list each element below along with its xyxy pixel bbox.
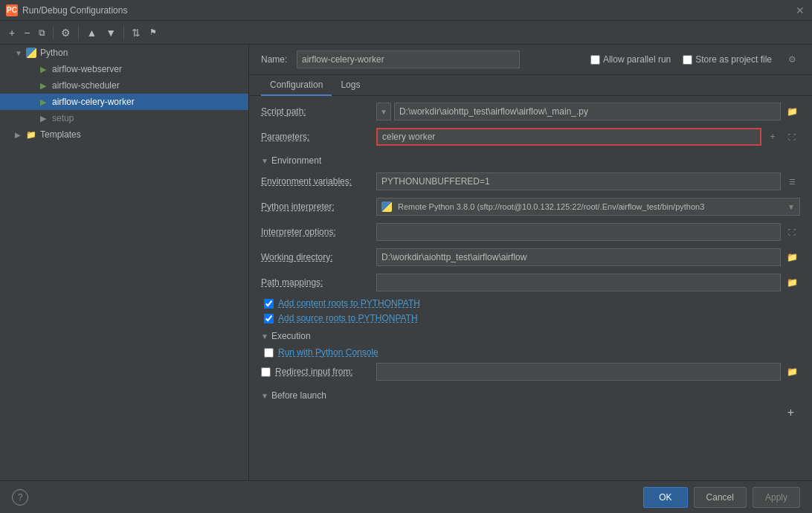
script-path-wrap: ▼ 📁 [376,103,800,120]
add-config-button[interactable]: + [6,25,18,40]
bottom-bar: ? OK Cancel Apply [0,480,812,513]
python-interpreter-wrap: Remote Python 3.8.0 (sftp://root@10.0.13… [376,198,800,216]
parameters-label: Parameters: [261,132,376,142]
execution-section-label: Execution [271,331,311,341]
name-row-options: Allow parallel run Store as project file… [526,51,800,68]
main-content: ▼ Python ▶ airflow-webserver ▶ airflow-s… [0,45,812,480]
tree-item-webserver[interactable]: ▶ airflow-webserver [0,61,248,77]
tree-item-python[interactable]: ▼ Python [0,45,248,61]
script-path-dropdown[interactable]: ▼ [376,103,391,120]
app-icon: PC [6,4,18,16]
tab-logs[interactable]: Logs [332,75,369,96]
expand-arrow-templates: ▶ [15,131,24,139]
working-directory-wrap: 📁 [376,248,800,266]
right-panel: Name: Allow parallel run Store as projec… [249,45,812,480]
filter-button[interactable]: ⚑ [146,26,160,39]
python-interpreter-label: Python interpreter: [261,201,376,212]
execution-section-arrow: ▼ [261,332,268,341]
add-source-roots-row: Add source roots to PYTHONPATH [261,313,800,323]
redirect-input-checkbox[interactable] [261,367,271,377]
python-interpreter-icon [381,201,395,213]
tree-item-scheduler[interactable]: ▶ airflow-scheduler [0,77,248,94]
path-mappings-folder-btn[interactable]: 📁 [784,274,800,291]
allow-parallel-run-checkbox[interactable] [590,55,600,65]
celery-icon: ▶ [37,96,49,108]
apply-button[interactable]: Apply [753,487,800,508]
sort-button[interactable]: ⇅ [129,25,144,40]
cancel-button[interactable]: Cancel [694,487,747,508]
path-mappings-input[interactable] [376,274,781,291]
parameters-add-btn[interactable]: + [764,129,781,145]
help-button[interactable]: ? [12,489,28,506]
before-launch-arrow: ▼ [261,392,268,400]
redirect-input-field[interactable] [376,363,781,381]
python-interpreter-select[interactable]: Remote Python 3.8.0 (sftp://root@10.0.13… [376,198,800,216]
tree-item-templates[interactable]: ▶ 📁 Templates [0,126,248,143]
separator-3 [123,26,124,39]
config-body: Script path: ▼ 📁 Parameters: + ⛶ ▼ [249,96,812,428]
move-down-button[interactable]: ▼ [103,25,119,40]
environment-section-header[interactable]: ▼ Environment [261,152,800,169]
name-input[interactable] [297,51,520,68]
run-with-console-label[interactable]: Run with Python Console [278,347,378,358]
allow-parallel-run-option: Allow parallel run [590,54,671,65]
before-launch-header[interactable]: ▼ Before launch [261,387,800,404]
add-source-roots-label[interactable]: Add source roots to PYTHONPATH [278,313,418,323]
interpreter-dropdown-arrow: ▼ [787,203,795,211]
tab-configuration[interactable]: Configuration [261,75,332,96]
name-field-label: Name: [261,54,291,65]
parameters-expand-btn[interactable]: ⛶ [784,129,800,145]
bottom-left: ? [12,489,28,506]
redirect-input-folder-btn[interactable]: 📁 [784,364,800,380]
redirect-input-wrap: 📁 [376,363,800,381]
run-with-console-checkbox[interactable] [264,348,274,358]
store-as-project-checkbox[interactable] [683,55,692,65]
parameters-input[interactable] [376,128,761,146]
copy-config-button[interactable]: ⧉ [36,26,48,39]
settings-button[interactable]: ⚙ [58,25,74,40]
before-launch-add-row: + [261,407,800,419]
tree-item-celery-worker[interactable]: ▶ airflow-celery-worker [0,94,248,110]
ok-button[interactable]: OK [643,487,687,508]
move-up-button[interactable]: ▲ [83,25,100,40]
add-content-roots-checkbox[interactable] [264,299,274,309]
title-bar: PC Run/Debug Configurations ✕ [0,0,812,21]
add-content-roots-label[interactable]: Add content roots to PYTHONPATH [278,298,420,309]
env-variables-label: Environment variables: [261,176,376,187]
run-with-console-row: Run with Python Console [261,347,800,358]
redirect-input-checkbox-wrap: Redirect input from: [261,367,376,377]
setup-icon: ▶ [37,112,49,124]
env-variables-input[interactable] [376,172,781,190]
webserver-icon: ▶ [37,63,49,75]
env-variables-row: Environment variables: ☰ [261,172,800,191]
store-as-project-option: Store as project file [683,54,772,65]
before-launch-add-btn[interactable]: + [784,407,797,419]
scheduler-icon: ▶ [37,80,49,91]
env-section-arrow: ▼ [261,157,268,165]
scheduler-label: airflow-scheduler [52,80,120,91]
env-variables-wrap: ☰ [376,172,800,190]
working-directory-input[interactable] [376,248,781,266]
separator-1 [53,26,54,39]
working-dir-folder-btn[interactable]: 📁 [784,249,800,265]
env-variables-edit-btn[interactable]: ☰ [784,173,800,190]
redirect-input-label: Redirect input from: [275,367,353,377]
environment-section-label: Environment [271,155,321,166]
tree-item-setup[interactable]: ▶ setup [0,110,248,126]
script-path-folder-btn[interactable]: 📁 [784,103,800,120]
execution-section-header[interactable]: ▼ Execution [261,328,800,344]
script-path-input[interactable] [394,103,781,120]
store-settings-btn[interactable]: ⚙ [784,51,800,68]
interpreter-options-input[interactable] [376,223,781,241]
templates-label: Templates [40,129,81,140]
add-content-roots-row: Add content roots to PYTHONPATH [261,298,800,309]
remove-config-button[interactable]: − [21,25,33,40]
close-button[interactable]: ✕ [796,5,806,16]
working-directory-label: Working directory: [261,252,376,262]
tabs: Configuration Logs [249,75,812,96]
before-launch-section: ▼ Before launch + [261,387,800,419]
add-source-roots-checkbox[interactable] [264,314,274,323]
interpreter-options-expand-btn[interactable]: ⛶ [784,224,800,240]
window-title: Run/Debug Configurations [22,5,796,16]
python-group-label: Python [40,48,68,58]
